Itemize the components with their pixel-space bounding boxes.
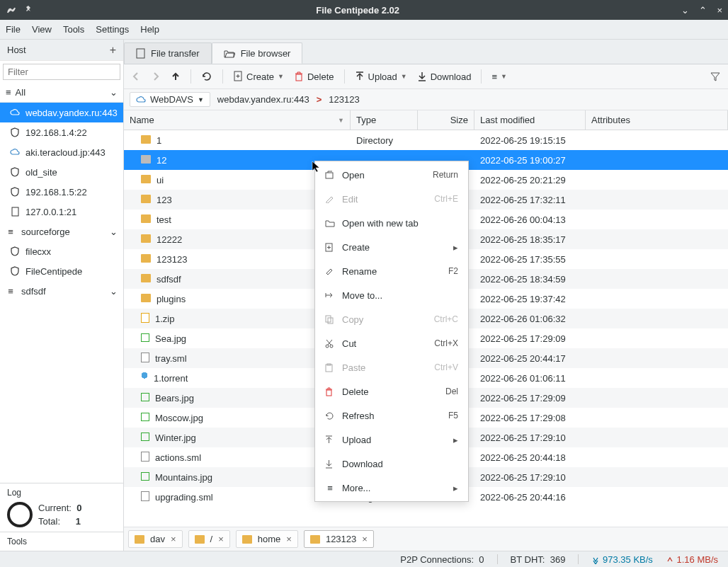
- upload-button[interactable]: Upload ▼: [355, 71, 407, 82]
- path-tab[interactable]: dav×: [128, 530, 183, 548]
- breadcrumb-row: WebDAVS ▼ webdav.yandex.ru:443 > 123123: [124, 89, 728, 110]
- svg-rect-12: [326, 390, 331, 396]
- host-item[interactable]: 192.168.1.4:22: [0, 122, 123, 142]
- paste-icon: [325, 363, 335, 372]
- close-icon[interactable]: ×: [218, 534, 224, 544]
- progress-ring-icon: [7, 502, 33, 527]
- provider-selector[interactable]: WebDAVS ▼: [130, 92, 210, 107]
- folder-icon: [141, 254, 151, 265]
- refresh-button[interactable]: [201, 71, 212, 82]
- statusbar: P2P Connections: 0 BT DHT: 369 973.35 KB…: [0, 551, 728, 567]
- menu-view[interactable]: View: [32, 24, 52, 35]
- host-item[interactable]: old_site: [0, 162, 123, 182]
- host-item[interactable]: filecxx: [0, 241, 123, 261]
- pin-icon[interactable]: [24, 5, 34, 15]
- folder-gray-icon: [141, 155, 151, 166]
- delete-icon: [325, 387, 335, 396]
- ctx-download[interactable]: Download: [315, 452, 468, 476]
- minimize-button[interactable]: ⌄: [681, 5, 689, 16]
- col-modified-header[interactable]: Last modified: [474, 110, 586, 130]
- download-icon: [325, 459, 335, 469]
- ctx-refresh[interactable]: RefreshF5: [315, 403, 468, 428]
- cloud-icon: [10, 147, 20, 157]
- add-host-button[interactable]: +: [110, 44, 116, 57]
- tabbar: File transferFile browser: [124, 40, 728, 64]
- svg-rect-1: [137, 49, 144, 58]
- host-group[interactable]: ≡sourceforge⌄: [0, 222, 123, 241]
- ctx-create[interactable]: Create▸: [315, 235, 468, 259]
- tab-file-transfer[interactable]: File transfer: [124, 42, 212, 64]
- stats-section: Current: 0 Total: 1: [0, 500, 123, 532]
- ctx-edit: EditCtrl+E: [315, 187, 468, 211]
- host-filter-input[interactable]: [3, 64, 120, 80]
- ctx-cut[interactable]: CutCtrl+X: [315, 331, 468, 355]
- host-item[interactable]: 127.0.0.1:21: [0, 202, 123, 222]
- create-button[interactable]: Create ▼: [233, 71, 284, 82]
- view-options-button[interactable]: ≡ ▼: [491, 71, 507, 82]
- host-item[interactable]: 192.168.1.5:22: [0, 182, 123, 202]
- tab-file-browser[interactable]: File browser: [212, 42, 303, 64]
- menu-settings[interactable]: Settings: [96, 24, 129, 35]
- menu-file[interactable]: File: [6, 24, 21, 35]
- log-section-label[interactable]: Log: [0, 483, 123, 500]
- folder-icon: [141, 274, 151, 285]
- ctx-copy: CopyCtrl+C: [315, 307, 468, 331]
- crumb-separator: >: [317, 94, 322, 105]
- folder-icon: [141, 234, 151, 245]
- copy-icon: [325, 315, 335, 324]
- svg-rect-0: [12, 207, 18, 216]
- torrent-icon: [141, 372, 148, 384]
- ctx-move-to-[interactable]: Move to...: [315, 283, 468, 307]
- col-name-header[interactable]: Name▼: [124, 110, 351, 130]
- img-icon: [141, 472, 149, 483]
- ctx-rename[interactable]: RenameF2: [315, 259, 468, 283]
- folder-open-icon: [224, 49, 235, 58]
- maximize-button[interactable]: ⌃: [699, 5, 707, 16]
- tools-section-label[interactable]: Tools: [0, 532, 123, 551]
- host-item[interactable]: aki.teracloud.jp:443: [0, 142, 123, 162]
- col-size-header[interactable]: Size: [418, 110, 474, 130]
- chevron-right-icon: ▸: [453, 242, 458, 253]
- close-button[interactable]: ×: [717, 5, 722, 16]
- table-row[interactable]: 1Directory2022-06-25 19:15:15: [124, 130, 728, 150]
- path-tab[interactable]: 123123×: [304, 530, 374, 548]
- delete-button[interactable]: Delete: [294, 71, 334, 82]
- folder-icon: [195, 535, 205, 544]
- ctx-upload[interactable]: Upload▸: [315, 428, 468, 452]
- all-hosts-row[interactable]: ≡All ⌄: [0, 83, 123, 103]
- menu-help[interactable]: Help: [140, 24, 159, 35]
- host-item[interactable]: webdav.yandex.ru:443: [0, 103, 123, 122]
- ctx-open-with-new-tab[interactable]: Open with new tab: [315, 211, 468, 235]
- table-header: Name▼ Type Size Last modified Attributes: [124, 110, 728, 130]
- host-group[interactable]: ≡sdfsdf⌄: [0, 281, 123, 301]
- nav-forward-button[interactable]: [151, 71, 161, 81]
- cut-icon: [325, 339, 335, 348]
- app-icon: [6, 4, 17, 16]
- close-icon[interactable]: ×: [362, 534, 368, 544]
- ctx-more-[interactable]: ≡More...▸: [315, 476, 468, 500]
- shield-icon: [10, 266, 20, 276]
- close-icon[interactable]: ×: [286, 534, 292, 544]
- folder-open-icon: [325, 219, 335, 227]
- nav-up-button[interactable]: [171, 71, 181, 81]
- col-attrs-header[interactable]: Attributes: [586, 110, 728, 130]
- path-tab[interactable]: home×: [236, 530, 298, 548]
- ctx-open[interactable]: OpenReturn: [315, 163, 468, 187]
- crumb-part-1[interactable]: 123123: [329, 94, 359, 105]
- ctx-delete[interactable]: DeleteDel: [315, 379, 468, 403]
- rename-icon: [325, 267, 335, 275]
- svg-rect-4: [326, 173, 333, 178]
- menu-tools[interactable]: Tools: [63, 24, 84, 35]
- path-tab[interactable]: /×: [188, 530, 230, 548]
- host-item[interactable]: FileCentipede: [0, 261, 123, 281]
- col-type-header[interactable]: Type: [351, 110, 418, 130]
- shield-icon: [10, 246, 20, 256]
- window-title: File Centipede 2.02: [34, 5, 681, 16]
- crumb-part-0[interactable]: webdav.yandex.ru:443: [217, 94, 309, 105]
- download-button[interactable]: Download: [417, 71, 472, 82]
- filter-button[interactable]: [710, 71, 721, 82]
- host-label: Host: [7, 45, 26, 55]
- close-icon[interactable]: ×: [171, 534, 176, 544]
- open-icon: [325, 171, 335, 179]
- nav-back-button[interactable]: [131, 71, 141, 81]
